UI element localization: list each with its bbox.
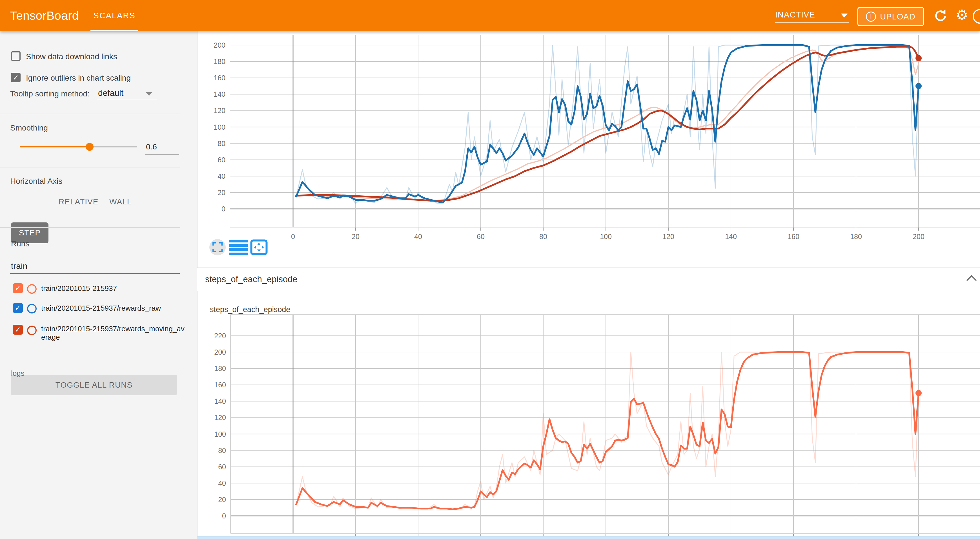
section-header-steps-of-each-episode[interactable]: steps_of_each_episode [197, 268, 980, 291]
svg-text:40: 40 [414, 233, 422, 241]
app-title: TensorBoard [10, 0, 79, 31]
run-isolate-radio[interactable] [27, 325, 37, 335]
help-icon[interactable] [973, 9, 980, 24]
svg-text:200: 200 [913, 233, 924, 241]
runs-footer-logs: logs [11, 369, 24, 378]
run-checkbox[interactable]: ✓ [13, 325, 23, 335]
run-checkbox[interactable]: ✓ [13, 283, 23, 293]
svg-text:120: 120 [662, 233, 674, 241]
svg-text:160: 160 [214, 381, 226, 389]
info-icon: i [866, 11, 876, 22]
axis-option-relative[interactable]: RELATIVE [59, 197, 98, 206]
svg-text:60: 60 [218, 463, 226, 471]
sidebar: Show data download links ✓ Ignore outlie… [0, 31, 197, 539]
smoothing-value-underline [145, 155, 179, 155]
svg-text:80: 80 [539, 233, 547, 241]
svg-text:180: 180 [214, 365, 226, 372]
show-download-links-checkbox[interactable] [11, 51, 21, 61]
svg-text:120: 120 [214, 413, 226, 421]
chevron-down-icon[interactable] [841, 14, 848, 18]
svg-text:140: 140 [214, 397, 226, 405]
refresh-icon[interactable] [933, 8, 948, 23]
chevron-down-icon[interactable] [146, 92, 152, 96]
svg-text:140: 140 [725, 233, 737, 241]
toggle-all-runs-button[interactable]: TOGGLE ALL RUNS [11, 375, 177, 395]
svg-text:80: 80 [218, 140, 226, 147]
smoothing-slider-knob[interactable] [86, 143, 94, 151]
tab-scalars[interactable]: SCALARS [91, 0, 138, 31]
expand-chart-button[interactable] [209, 239, 226, 255]
svg-text:0: 0 [221, 205, 226, 213]
run-checkbox[interactable]: ✓ [13, 303, 23, 313]
svg-text:80: 80 [218, 447, 226, 454]
status-select[interactable]: INACTIVE [775, 8, 849, 22]
run-label: train/20201015-215937 [41, 284, 185, 293]
svg-text:40: 40 [218, 479, 226, 487]
gear-icon[interactable]: ⚙ [955, 6, 969, 21]
fullscreen-icon [212, 242, 223, 252]
svg-text:220: 220 [214, 332, 226, 340]
run-label: train/20201015-215937/rewards_raw [41, 304, 185, 313]
ignore-outliers-checkbox[interactable]: ✓ [11, 73, 21, 82]
upload-button[interactable]: i UPLOAD [858, 7, 924, 26]
svg-text:200: 200 [214, 348, 226, 356]
svg-text:20: 20 [352, 233, 360, 241]
app-header: TensorBoard SCALARS INACTIVE i UPLOAD ⚙ [0, 0, 980, 31]
svg-text:200: 200 [213, 41, 226, 49]
run-isolate-radio[interactable] [27, 284, 37, 294]
upload-button-label: UPLOAD [880, 12, 915, 21]
svg-text:100: 100 [214, 430, 226, 438]
svg-text:20: 20 [218, 496, 226, 504]
divider [0, 167, 180, 167]
runs-list-icon[interactable] [229, 240, 248, 255]
svg-text:0: 0 [291, 233, 295, 241]
runs-heading: Runs [11, 239, 29, 248]
ignore-outliers-label: Ignore outliers in chart scaling [26, 73, 131, 83]
tooltip-sorting-label: Tooltip sorting method: [10, 89, 90, 98]
smoothing-value-input[interactable]: 0.6 [146, 142, 157, 151]
smoothing-slider-fill [20, 146, 90, 147]
svg-text:20: 20 [218, 188, 226, 196]
svg-text:180: 180 [213, 57, 226, 65]
svg-text:60: 60 [477, 233, 485, 241]
section-title: steps_of_each_episode [205, 274, 297, 284]
svg-text:180: 180 [850, 233, 862, 241]
svg-text:100: 100 [600, 233, 612, 241]
svg-text:100: 100 [213, 123, 226, 131]
axis-option-wall[interactable]: WALL [109, 197, 132, 206]
runs-filter-input[interactable]: train [11, 262, 27, 271]
runs-filter-underline [10, 273, 180, 274]
svg-text:60: 60 [218, 156, 226, 164]
divider [0, 227, 180, 228]
steps-of-each-episode-chart[interactable]: 020406080100120140160180200220 [197, 293, 980, 536]
divider [197, 291, 980, 291]
smoothing-label: Smoothing [10, 123, 48, 132]
run-isolate-radio[interactable] [27, 304, 37, 314]
run-label: train/20201015-215937/rewards_moving_ave… [41, 324, 185, 341]
divider [0, 113, 180, 114]
horizontal-axis-label: Horizontal Axis [10, 177, 62, 186]
fit-domain-icon[interactable] [250, 239, 268, 255]
scroll-edge-highlight [197, 536, 980, 539]
tensorboard-page: TensorBoard SCALARS INACTIVE i UPLOAD ⚙ … [0, 0, 980, 539]
svg-text:160: 160 [788, 233, 799, 241]
chevron-up-icon[interactable] [966, 275, 977, 285]
svg-text:160: 160 [213, 74, 226, 82]
svg-text:140: 140 [213, 90, 226, 98]
rewards-chart[interactable]: 0204060801001201401601802000204060801001… [197, 31, 980, 270]
show-download-links-label: Show data download links [26, 52, 117, 61]
svg-text:0: 0 [222, 512, 226, 520]
svg-text:120: 120 [213, 107, 226, 115]
tooltip-sorting-select[interactable]: default [98, 88, 123, 98]
svg-text:40: 40 [218, 172, 226, 180]
tooltip-select-underline [97, 100, 157, 100]
